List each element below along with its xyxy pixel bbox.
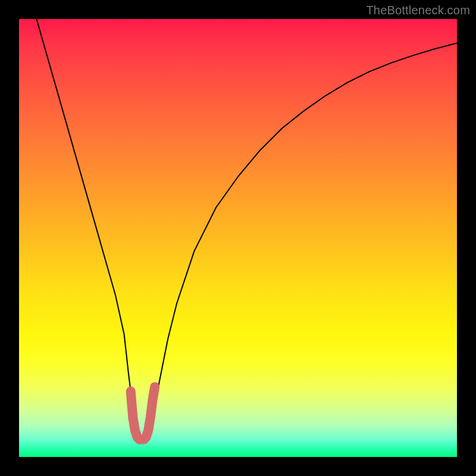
bottleneck-curve [36, 19, 457, 440]
chart-svg [19, 19, 457, 457]
optimal-marker [131, 387, 155, 439]
chart-frame: TheBottleneck.com [0, 0, 476, 476]
watermark-text: TheBottleneck.com [366, 4, 470, 17]
plot-area [19, 19, 457, 457]
